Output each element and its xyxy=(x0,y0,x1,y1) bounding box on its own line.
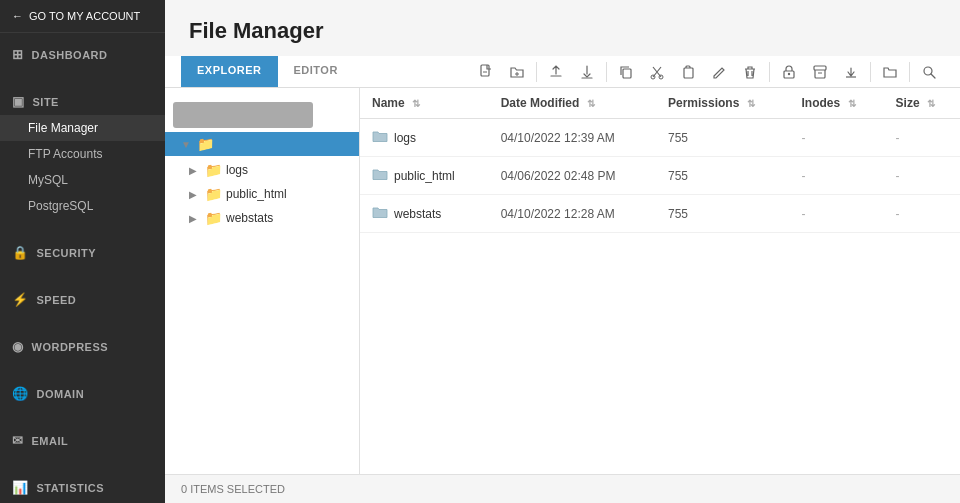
new-file-button[interactable] xyxy=(471,59,501,85)
sidebar-item-site[interactable]: ▣ SITE xyxy=(0,88,165,115)
folder-icon-root: 📁 xyxy=(197,136,214,152)
sort-icon-name: ⇅ xyxy=(412,98,420,109)
tree-label-logs: logs xyxy=(226,163,248,177)
upload-button[interactable] xyxy=(541,59,571,85)
speed-section: ⚡ SPEED xyxy=(0,278,165,317)
file-name-label: logs xyxy=(394,131,416,145)
extract-button[interactable] xyxy=(836,59,866,85)
sidebar-item-dashboard[interactable]: ⊞ DASHBOARD xyxy=(0,41,165,68)
file-size-cell: - xyxy=(884,157,960,195)
sidebar-item-mysql[interactable]: MySQL xyxy=(0,167,165,193)
tree-item-logs[interactable]: ▶ 📁 logs xyxy=(165,158,359,182)
table-row[interactable]: webstats 04/10/2022 12:28 AM 755 - - xyxy=(360,195,960,233)
col-inodes[interactable]: Inodes ⇅ xyxy=(789,88,883,119)
sidebar-item-statistics[interactable]: 📊 STATISTICS xyxy=(0,474,165,501)
mysql-label: MySQL xyxy=(28,173,68,187)
new-folder-button[interactable] xyxy=(502,59,532,85)
sidebar-item-file-manager[interactable]: File Manager xyxy=(0,115,165,141)
file-permissions-cell: 755 xyxy=(656,157,790,195)
sidebar-item-postgresql[interactable]: PostgreSQL xyxy=(0,193,165,219)
tree-root-item[interactable]: ▼ 📁 ​ xyxy=(165,132,359,156)
folder-icon-public-html: 📁 xyxy=(205,186,222,202)
speed-label: SPEED xyxy=(37,294,77,306)
site-label: SITE xyxy=(33,96,59,108)
sidebar: ← GO TO MY ACCOUNT ⊞ DASHBOARD ▣ SITE Fi… xyxy=(0,0,165,503)
file-list-panel: Name ⇅ Date Modified ⇅ Permissions ⇅ I xyxy=(360,88,960,474)
go-to-account-link[interactable]: ← GO TO MY ACCOUNT xyxy=(0,0,165,33)
col-permissions[interactable]: Permissions ⇅ xyxy=(656,88,790,119)
statistics-section: 📊 STATISTICS Traffic Error Log Access Lo… xyxy=(0,466,165,503)
file-manager-label: File Manager xyxy=(28,121,98,135)
lock-icon: 🔒 xyxy=(12,245,29,260)
tree-root-bar xyxy=(173,102,351,128)
sidebar-item-speed[interactable]: ⚡ SPEED xyxy=(0,286,165,313)
chevron-webstats: ▶ xyxy=(189,213,201,224)
table-row[interactable]: logs 04/10/2022 12:39 AM 755 - - xyxy=(360,119,960,157)
svg-rect-0 xyxy=(481,65,489,76)
statistics-icon: 📊 xyxy=(12,480,29,495)
chevron-public-html: ▶ xyxy=(189,189,201,200)
table-row[interactable]: public_html 04/06/2022 02:48 PM 755 - - xyxy=(360,157,960,195)
table-header-row: Name ⇅ Date Modified ⇅ Permissions ⇅ I xyxy=(360,88,960,119)
search-button[interactable] xyxy=(914,59,944,85)
sort-icon-inodes: ⇅ xyxy=(848,98,856,109)
file-size-cell: - xyxy=(884,119,960,157)
main-content: File Manager EXPLORER EDITOR xyxy=(165,0,960,503)
new-folder2-button[interactable] xyxy=(875,59,905,85)
page-title: File Manager xyxy=(189,18,936,44)
sidebar-item-security[interactable]: 🔒 SECURITY xyxy=(0,239,165,266)
status-bar: 0 ITEMS SELECTED xyxy=(165,474,960,503)
sidebar-item-wordpress[interactable]: ◉ WORDPRESS xyxy=(0,333,165,360)
svg-rect-10 xyxy=(814,66,826,70)
col-name[interactable]: Name ⇅ xyxy=(360,88,489,119)
tree-item-webstats[interactable]: ▶ 📁 webstats xyxy=(165,206,359,230)
file-name-cell: public_html xyxy=(360,157,489,195)
download-button[interactable] xyxy=(572,59,602,85)
permissions-button[interactable] xyxy=(774,59,804,85)
folder-icon xyxy=(372,205,388,222)
paste-button[interactable] xyxy=(673,59,703,85)
ftp-accounts-label: FTP Accounts xyxy=(28,147,102,161)
email-icon: ✉ xyxy=(12,433,24,448)
delete-button[interactable] xyxy=(735,59,765,85)
sidebar-item-ftp-accounts[interactable]: FTP Accounts xyxy=(0,141,165,167)
file-permissions-cell: 755 xyxy=(656,119,790,157)
domain-label: DOMAIN xyxy=(37,388,85,400)
divider-t5 xyxy=(909,62,910,82)
archive-button[interactable] xyxy=(805,59,835,85)
col-size[interactable]: Size ⇅ xyxy=(884,88,960,119)
file-table: Name ⇅ Date Modified ⇅ Permissions ⇅ I xyxy=(360,88,960,233)
tab-editor[interactable]: EDITOR xyxy=(278,56,354,87)
svg-point-9 xyxy=(788,72,790,74)
svg-rect-4 xyxy=(623,69,631,78)
tab-explorer[interactable]: EXPLORER xyxy=(181,56,278,87)
file-size-cell: - xyxy=(884,195,960,233)
folder-icon xyxy=(372,167,388,184)
col-date-modified[interactable]: Date Modified ⇅ xyxy=(489,88,656,119)
statistics-label: STATISTICS xyxy=(37,482,105,494)
go-to-account-label: GO TO MY ACCOUNT xyxy=(29,10,140,22)
file-date-cell: 04/06/2022 02:48 PM xyxy=(489,157,656,195)
email-label: EMAIL xyxy=(32,435,69,447)
sort-icon-date: ⇅ xyxy=(587,98,595,109)
cut-button[interactable] xyxy=(642,59,672,85)
items-selected-label: 0 ITEMS SELECTED xyxy=(181,483,285,495)
security-section: 🔒 SECURITY xyxy=(0,231,165,270)
sidebar-item-domain[interactable]: 🌐 DOMAIN xyxy=(0,380,165,407)
sidebar-item-email[interactable]: ✉ EMAIL xyxy=(0,427,165,454)
dashboard-section: ⊞ DASHBOARD xyxy=(0,33,165,72)
rename-button[interactable] xyxy=(704,59,734,85)
email-section: ✉ EMAIL xyxy=(0,419,165,458)
back-arrow-icon: ← xyxy=(12,10,23,22)
tree-item-public-html[interactable]: ▶ 📁 public_html xyxy=(165,182,359,206)
chevron-logs: ▶ xyxy=(189,165,201,176)
file-name-cell: webstats xyxy=(360,195,489,233)
folder-icon-logs: 📁 xyxy=(205,162,222,178)
svg-line-13 xyxy=(931,74,935,78)
wordpress-section: ◉ WORDPRESS xyxy=(0,325,165,364)
sort-icon-size: ⇅ xyxy=(927,98,935,109)
toolbar xyxy=(471,59,944,85)
tree-chevron-root: ▼ xyxy=(181,139,193,150)
copy-button[interactable] xyxy=(611,59,641,85)
folder-icon-webstats: 📁 xyxy=(205,210,222,226)
